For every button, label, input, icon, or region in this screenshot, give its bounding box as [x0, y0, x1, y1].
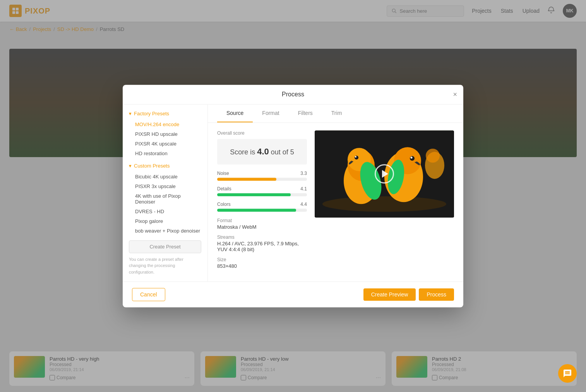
metric-noise-header: Noise 3.3 — [217, 171, 307, 176]
modal-content-area: Overall score Score is 4.0 out of 5 Nois… — [208, 123, 463, 282]
sidebar-item-hd-restoration[interactable]: HD restoration — [129, 149, 201, 158]
metric-details: Details 4.1 — [217, 186, 307, 196]
tab-filters[interactable]: Filters — [289, 104, 322, 122]
metric-colors-header: Colors 4.4 — [217, 202, 307, 207]
create-preview-button[interactable]: Create Preview — [363, 288, 416, 301]
sidebar-item-dvres[interactable]: DVRES - HD — [129, 207, 201, 216]
size-label: Size — [217, 257, 307, 262]
tab-source[interactable]: Source — [217, 104, 253, 122]
metric-colors: Colors 4.4 — [217, 202, 307, 212]
sidebar-item-pixop-galore[interactable]: Pixop galore — [129, 216, 201, 226]
metric-details-label: Details — [217, 186, 231, 192]
svg-point-16 — [410, 156, 415, 161]
svg-point-7 — [322, 196, 446, 212]
metric-details-bar-bg — [217, 193, 307, 196]
sidebar-item-bicubic[interactable]: Bicubic 4K upscale — [129, 172, 201, 181]
format-info: Format Matroska / WebM Streams H.264 / A… — [217, 218, 307, 269]
cancel-button[interactable]: Cancel — [132, 288, 165, 301]
svg-point-20 — [426, 149, 440, 163]
chevron-down-icon-custom: ▾ — [129, 163, 132, 169]
sidebar-item-bob-weaver[interactable]: bob weaver + Pixop denoiser — [129, 226, 201, 236]
sidebar-item-pisxr-3x[interactable]: PISXR 3x upscale — [129, 181, 201, 191]
score-text: Score is 4.0 out of 5 — [230, 148, 294, 156]
format-label: Format — [217, 218, 307, 223]
custom-presets-label: Custom Presets — [134, 163, 170, 169]
svg-point-11 — [355, 156, 358, 159]
custom-presets-header[interactable]: ▾ Custom Presets — [129, 163, 201, 169]
modal-body: ▾ Factory Presets MOV/H.264 encode PIXSR… — [123, 104, 463, 282]
streams-value: H.264 / AVC, 23.976 FPS, 7.9 Mbps, YUV 4… — [217, 241, 307, 252]
metric-details-bar-fill — [217, 193, 291, 196]
chevron-down-icon: ▾ — [129, 111, 132, 116]
metric-noise-label: Noise — [217, 171, 229, 176]
play-icon — [382, 170, 388, 178]
metric-noise-bar-bg — [217, 178, 307, 181]
process-modal: Process × ▾ Factory Presets MOV/H.264 en… — [123, 85, 463, 308]
size-value: 853×480 — [217, 263, 307, 269]
svg-point-17 — [411, 156, 413, 158]
metric-noise-bar-fill — [217, 178, 276, 181]
video-thumbnail[interactable] — [315, 130, 454, 217]
sidebar-hint: You can create a preset after changing t… — [129, 256, 201, 276]
chat-bubble[interactable] — [558, 364, 577, 383]
process-button[interactable]: Process — [419, 288, 454, 301]
metric-colors-value: 4.4 — [300, 202, 307, 207]
play-button[interactable] — [375, 164, 394, 183]
factory-presets-label: Factory Presets — [134, 111, 169, 116]
score-box: Score is 4.0 out of 5 — [217, 139, 307, 164]
modal-sidebar: ▾ Factory Presets MOV/H.264 encode PIXSR… — [123, 104, 208, 282]
modal-main: Source Format Filters Trim Overall score… — [208, 104, 463, 282]
action-buttons: Create Preview Process — [363, 288, 454, 301]
tab-trim[interactable]: Trim — [322, 104, 351, 122]
create-preset-button[interactable]: Create Preset — [129, 240, 201, 253]
tab-format[interactable]: Format — [253, 104, 288, 122]
svg-point-12 — [355, 156, 356, 157]
metric-noise-value: 3.3 — [300, 171, 307, 176]
metric-colors-label: Colors — [217, 202, 231, 207]
sidebar-item-mov-h264[interactable]: MOV/H.264 encode — [129, 120, 201, 129]
metric-colors-bar-fill — [217, 209, 296, 212]
video-section — [315, 130, 454, 274]
modal-footer: Cancel Create Preview Process — [123, 281, 463, 307]
metric-noise: Noise 3.3 — [217, 171, 307, 181]
sidebar-item-pixsr-4k[interactable]: PIXSR 4K upscale — [129, 139, 201, 149]
metric-details-header: Details 4.1 — [217, 186, 307, 192]
factory-presets-header[interactable]: ▾ Factory Presets — [129, 111, 201, 116]
metric-colors-bar-bg — [217, 209, 307, 212]
score-section: Overall score Score is 4.0 out of 5 Nois… — [217, 130, 307, 274]
overall-score-label: Overall score — [217, 130, 307, 136]
sidebar-item-4k-denoiser[interactable]: 4K with use of Pixop Denoiser — [129, 191, 201, 207]
streams-label: Streams — [217, 235, 307, 240]
modal-close-button[interactable]: × — [453, 91, 457, 98]
metric-details-value: 4.1 — [300, 186, 307, 192]
sidebar-item-pixsr-hd[interactable]: PIXSR HD upscale — [129, 129, 201, 139]
modal-header: Process × — [123, 85, 463, 104]
modal-title: Process — [282, 91, 304, 98]
modal-tabs: Source Format Filters Trim — [208, 104, 463, 123]
format-value: Matroska / WebM — [217, 224, 307, 230]
